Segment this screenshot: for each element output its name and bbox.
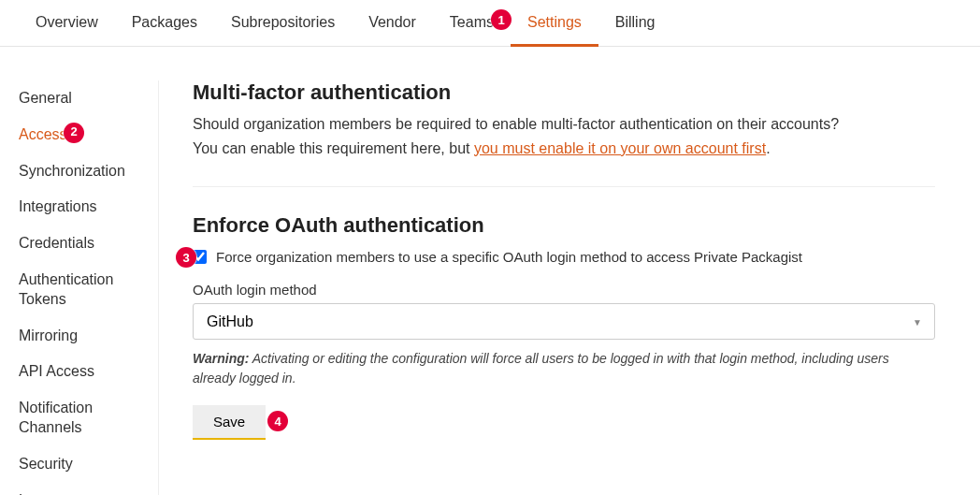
sidebar-item-api-access[interactable]: API Access [19, 354, 158, 390]
main-layout: General Access 2 Synchronization Integra… [0, 47, 980, 495]
oauth-method-select[interactable]: GitHub [193, 303, 935, 340]
settings-sidebar: General Access 2 Synchronization Integra… [0, 80, 159, 495]
tab-settings[interactable]: Settings [511, 0, 598, 47]
tab-overview[interactable]: Overview [19, 0, 115, 46]
tab-packages[interactable]: Packages [115, 0, 214, 46]
content-area: Multi-factor authentication Should organ… [159, 80, 944, 495]
force-oauth-row: 3 Force organization members to use a sp… [193, 249, 935, 265]
callout-1: 1 [491, 9, 512, 30]
oauth-method-label: OAuth login method [193, 282, 935, 298]
warning-text: Activating or editing the configuration … [193, 351, 889, 386]
mfa-description: Should organization members be required … [193, 112, 935, 160]
sidebar-item-mirroring[interactable]: Mirroring [19, 318, 158, 355]
tab-vendor[interactable]: Vendor [352, 0, 433, 46]
tab-subrepositories[interactable]: Subrepositories [214, 0, 352, 46]
sidebar-item-integrations[interactable]: Integrations [19, 189, 158, 226]
save-button[interactable]: Save 4 [193, 405, 266, 440]
sidebar-item-security[interactable]: Security [19, 446, 158, 483]
mfa-enable-own-account-link[interactable]: you must enable it on your own account f… [474, 140, 766, 156]
mfa-desc-line1: Should organization members be required … [193, 116, 839, 132]
section-divider [193, 186, 935, 187]
sidebar-item-general[interactable]: General [19, 80, 158, 117]
sidebar-item-log[interactable]: Log [19, 483, 158, 495]
oauth-warning: Warning: Activating or editing the confi… [193, 349, 935, 388]
top-navigation: Overview Packages Subrepositories Vendor… [0, 0, 980, 47]
tab-billing[interactable]: Billing [598, 0, 672, 46]
sidebar-item-synchronization[interactable]: Synchronization [19, 153, 158, 190]
oauth-method-select-wrap: GitHub [193, 303, 935, 340]
callout-4: 4 [267, 411, 288, 431]
sidebar-item-notification-channels[interactable]: Notification Channels [19, 390, 158, 446]
force-oauth-label: Force organization members to use a spec… [216, 249, 802, 265]
callout-3: 3 [176, 247, 196, 268]
mfa-desc-line2-suffix: . [766, 140, 770, 156]
save-button-label: Save [213, 414, 245, 429]
sidebar-item-credentials[interactable]: Credentials [19, 226, 158, 262]
warning-label: Warning: [193, 351, 249, 366]
sidebar-item-auth-tokens[interactable]: Authentication Tokens [19, 262, 158, 318]
mfa-heading: Multi-factor authentication [193, 80, 935, 105]
mfa-desc-line2-prefix: You can enable this requirement here, bu… [193, 140, 474, 156]
sidebar-item-access[interactable]: Access 2 [19, 117, 158, 153]
callout-2: 2 [64, 123, 84, 143]
sidebar-item-label: Access [19, 126, 67, 142]
oauth-heading: Enforce OAuth authentication [193, 213, 935, 238]
